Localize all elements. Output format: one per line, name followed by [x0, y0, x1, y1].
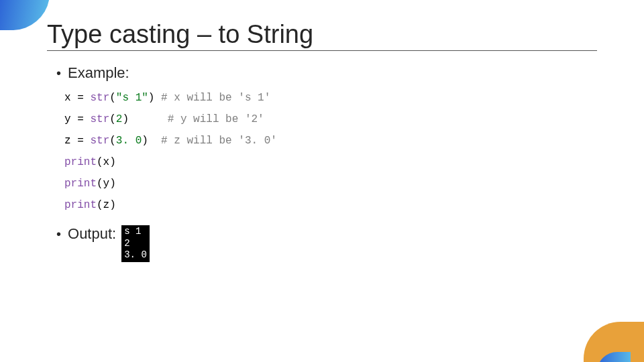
- example-bullet: Example:: [56, 64, 597, 82]
- terminal-output: s 1 2 3. 0: [121, 225, 150, 262]
- code-example: x = str("s 1") # x will be 's 1' y = str…: [64, 87, 597, 216]
- slide-title: Type casting – to String: [47, 20, 597, 51]
- output-bullet: Output:: [56, 225, 116, 243]
- slide-content: Type casting – to String Example: x = st…: [0, 0, 644, 262]
- code-line-3: z = str(3. 0) # z will be '3. 0': [64, 135, 277, 147]
- code-line-2: y = str(2) # y will be '2': [64, 113, 264, 125]
- corner-decoration-top-left: [0, 0, 54, 34]
- output-row: Output: s 1 2 3. 0: [56, 225, 597, 262]
- example-label: Example:: [68, 64, 129, 82]
- output-line-1: s 1: [124, 226, 141, 237]
- code-line-6: print(z): [64, 199, 116, 211]
- blue-wave-icon: [0, 0, 50, 30]
- code-line-1: x = str("s 1") # x will be 's 1': [64, 92, 270, 104]
- output-label: Output:: [68, 225, 116, 243]
- output-line-2: 2: [124, 238, 129, 249]
- code-line-4: print(x): [64, 156, 116, 168]
- output-line-3: 3. 0: [124, 249, 147, 260]
- corner-decoration-bottom-right: [577, 315, 644, 362]
- code-line-5: print(y): [64, 178, 116, 190]
